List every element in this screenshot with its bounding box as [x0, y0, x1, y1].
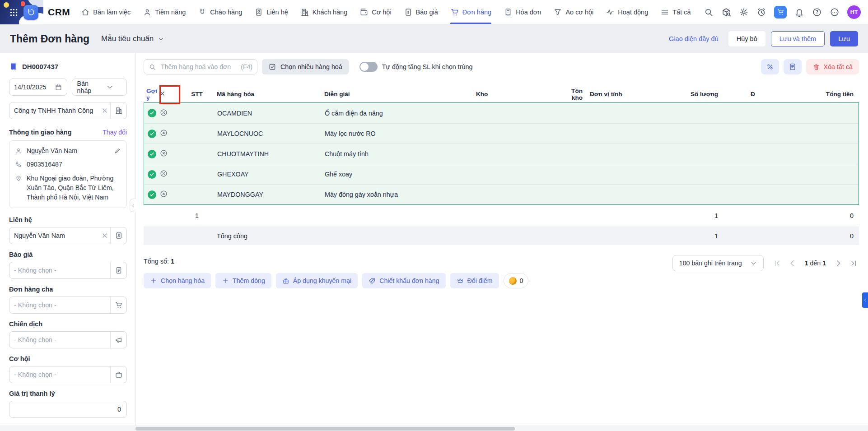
row-remove-icon[interactable]: [159, 190, 168, 198]
nav-item-co-hoi[interactable]: Cơ hội: [359, 0, 391, 24]
nav-item-don-hang[interactable]: Đơn hàng: [450, 0, 491, 24]
row-remove-icon[interactable]: [159, 108, 168, 117]
col-warehouse[interactable]: Kho: [473, 91, 560, 97]
parent-order-field[interactable]: [9, 297, 127, 314]
add-row-button[interactable]: Thêm dòng: [215, 273, 271, 288]
full-ui-link[interactable]: Giao diện đầy đủ: [669, 35, 719, 42]
quote-lookup-button[interactable]: [110, 262, 126, 278]
alarm-clock-icon[interactable]: [756, 7, 766, 17]
shipping-change-link[interactable]: Thay đổi: [103, 129, 127, 136]
opportunity-field[interactable]: [9, 366, 127, 383]
opportunity-lookup-button[interactable]: [110, 366, 126, 383]
help-icon[interactable]: ?: [812, 7, 822, 17]
edit-pencil-icon[interactable]: [114, 147, 121, 154]
nav-item-hoat-dong[interactable]: Hoạt động: [606, 0, 648, 24]
col-total[interactable]: Tổng tiền: [783, 91, 859, 97]
product-search-box[interactable]: (F4): [144, 59, 257, 74]
col-code[interactable]: Mã hàng hóa: [214, 91, 322, 97]
product-search-input[interactable]: [160, 63, 237, 71]
nav-item-tiem-nang[interactable]: Tiềm năng: [143, 0, 186, 24]
right-panel-expand-tab[interactable]: [862, 292, 868, 308]
template-selector[interactable]: Mẫu tiêu chuẩn: [101, 34, 164, 43]
table-row[interactable]: MAYLOCNUOC Máy lọc nước RO: [144, 123, 859, 144]
campaign-lookup-button[interactable]: [110, 332, 126, 348]
row-selected-check-icon[interactable]: [148, 130, 156, 138]
search-icon[interactable]: [704, 7, 714, 17]
nav-item-chao-hang[interactable]: Chào hàng: [198, 0, 242, 24]
col-stock[interactable]: Tồn kho: [560, 88, 587, 101]
redeem-points-button[interactable]: Đổi điểm: [450, 273, 499, 288]
quote-input[interactable]: [9, 267, 110, 274]
apply-promotion-button[interactable]: Áp dụng khuyến mại: [276, 273, 358, 288]
sidebar-collapse-handle[interactable]: [130, 199, 136, 212]
contact-input[interactable]: [9, 232, 101, 239]
nav-item-ban-lam-viec[interactable]: Bàn làm việc: [81, 0, 131, 24]
row-selected-check-icon[interactable]: [148, 150, 156, 158]
col-description[interactable]: Diễn giải: [322, 91, 473, 97]
col-stt[interactable]: STT: [180, 91, 214, 97]
notification-bell-icon[interactable]: [794, 7, 804, 17]
discount-percent-button[interactable]: [761, 59, 779, 74]
contact-lookup-button[interactable]: [110, 227, 126, 244]
close-suggest-icon[interactable]: [159, 90, 166, 97]
package-search-icon[interactable]: [721, 7, 731, 17]
table-row[interactable]: OCAMDIEN Ổ cắm điện đa năng: [144, 103, 859, 123]
cancel-button[interactable]: Hủy bỏ: [728, 31, 765, 46]
col-close[interactable]: [159, 90, 180, 98]
row-remove-icon[interactable]: [159, 169, 168, 178]
save-button[interactable]: Lưu: [830, 31, 858, 46]
col-unit[interactable]: Đơn vị tính: [587, 91, 647, 97]
table-row[interactable]: MAYDONGGAY Máy đóng gáy xoắn nhựa: [144, 184, 859, 204]
col-suggest[interactable]: Gợi ý: [144, 88, 159, 101]
opportunity-input[interactable]: [9, 371, 110, 378]
row-selected-check-icon[interactable]: [148, 170, 156, 179]
customer-lookup-button[interactable]: [110, 102, 126, 119]
notes-button[interactable]: [784, 59, 802, 74]
clear-customer-icon[interactable]: [101, 107, 108, 114]
delete-all-button[interactable]: Xóa tất cả: [806, 59, 859, 74]
auto-increase-toggle[interactable]: [359, 62, 378, 72]
page-size-select[interactable]: 100 bản ghi trên trang: [672, 255, 764, 271]
parent-order-lookup-button[interactable]: [110, 297, 126, 313]
app-logo[interactable]: [23, 5, 38, 20]
order-date-input[interactable]: [9, 83, 53, 91]
next-page-icon[interactable]: [834, 259, 843, 268]
col-quantity[interactable]: Số lượng: [647, 91, 723, 97]
row-remove-icon[interactable]: [159, 149, 168, 158]
contact-field[interactable]: [9, 227, 127, 244]
nav-item-tat-ca[interactable]: Tất cả: [660, 0, 691, 24]
quote-field[interactable]: [9, 262, 127, 279]
prev-page-icon[interactable]: [788, 259, 797, 268]
calendar-icon[interactable]: [55, 83, 62, 91]
table-row[interactable]: CHUOTMAYTINH Chuột máy tính: [144, 144, 859, 164]
customer-input[interactable]: [9, 107, 101, 114]
last-page-icon[interactable]: [849, 259, 858, 268]
nav-item-hoa-don[interactable]: Hóa đơn: [504, 0, 541, 24]
user-avatar[interactable]: HT: [847, 5, 861, 19]
col-price[interactable]: Đ: [723, 91, 783, 97]
order-discount-button[interactable]: Chiết khấu đơn hàng: [362, 273, 445, 288]
parent-order-input[interactable]: [9, 301, 110, 309]
row-selected-check-icon[interactable]: [148, 109, 156, 117]
nav-item-khach-hang[interactable]: Khách hàng: [300, 0, 347, 24]
first-page-icon[interactable]: [773, 259, 781, 268]
liquidation-input[interactable]: [9, 401, 127, 418]
nav-item-ao-co-hoi[interactable]: Ao cơ hội: [553, 0, 593, 24]
status-select[interactable]: Bản nháp: [72, 79, 127, 96]
customer-field[interactable]: [9, 102, 127, 119]
table-row[interactable]: GHEXOAY Ghế xoay: [144, 164, 859, 184]
row-selected-check-icon[interactable]: [148, 190, 156, 199]
nav-item-lien-he[interactable]: Liên hệ: [254, 0, 288, 24]
campaign-input[interactable]: [9, 336, 110, 343]
campaign-field[interactable]: [9, 331, 127, 348]
clear-contact-icon[interactable]: [101, 232, 108, 239]
horizontal-scrollbar[interactable]: [0, 426, 868, 431]
order-date-field[interactable]: [9, 79, 67, 96]
scrollbar-thumb[interactable]: [135, 427, 515, 431]
settings-gear-icon[interactable]: [739, 7, 749, 17]
choose-products-button[interactable]: Chọn hàng hóa: [144, 273, 211, 288]
row-remove-icon[interactable]: [159, 129, 168, 137]
nav-item-bao-gia[interactable]: $ Báo giá: [404, 0, 438, 24]
more-options-icon[interactable]: [830, 7, 840, 17]
app-grid-icon[interactable]: [9, 8, 19, 17]
